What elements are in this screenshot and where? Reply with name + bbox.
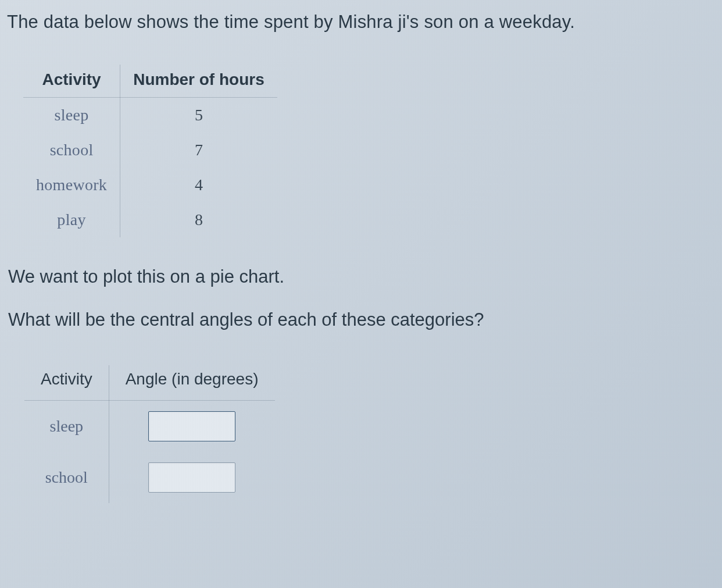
hours-cell: 5 xyxy=(120,98,277,133)
activity-cell: sleep xyxy=(24,401,109,452)
activity-angle-table: Activity Angle (in degrees) sleep school xyxy=(24,365,275,503)
question-intro: The data below shows the time spent by M… xyxy=(7,12,716,33)
activity-cell: play xyxy=(23,202,120,237)
activity-cell: sleep xyxy=(23,98,120,133)
col-header-activity: Activity xyxy=(24,365,109,401)
data-table-section: Activity Number of hours sleep 5 school … xyxy=(7,65,716,237)
pie-chart-statement: We want to plot this on a pie chart. xyxy=(7,266,716,287)
table-row: play 8 xyxy=(23,202,277,237)
col-header-hours: Number of hours xyxy=(120,65,277,98)
angle-input-school[interactable] xyxy=(148,462,235,493)
activity-cell: school xyxy=(23,133,120,168)
angle-input-cell xyxy=(109,401,274,452)
col-header-activity: Activity xyxy=(23,65,120,98)
table-row: sleep 5 xyxy=(23,98,277,133)
activity-hours-table: Activity Number of hours sleep 5 school … xyxy=(23,65,277,237)
table-row: school xyxy=(24,452,275,503)
col-header-angle: Angle (in degrees) xyxy=(109,365,274,401)
hours-cell: 8 xyxy=(120,202,277,237)
table-row: sleep xyxy=(24,401,275,452)
activity-cell: homework xyxy=(23,168,120,202)
table-row: homework 4 xyxy=(23,168,277,202)
answer-table-section: Activity Angle (in degrees) sleep school xyxy=(7,365,716,503)
hours-cell: 4 xyxy=(120,168,277,202)
angle-input-cell xyxy=(109,452,274,503)
hours-cell: 7 xyxy=(120,133,277,168)
central-angle-question: What will be the central angles of each … xyxy=(7,309,716,330)
table-row: school 7 xyxy=(23,133,277,168)
activity-cell: school xyxy=(24,452,109,503)
angle-input-sleep[interactable] xyxy=(148,411,235,441)
